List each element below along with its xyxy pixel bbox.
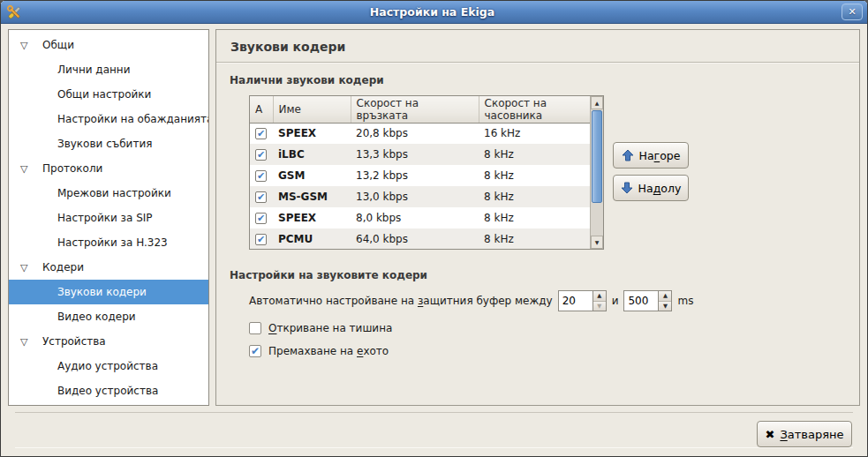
expander-icon[interactable]: ▽ xyxy=(20,263,27,273)
codec-name: GSM xyxy=(273,165,351,186)
codec-enabled-checkbox[interactable]: ✔ xyxy=(255,191,267,203)
codec-enabled-checkbox[interactable]: ✔ xyxy=(255,128,267,139)
sidebar-item-audio-codecs[interactable]: Звукови кодери xyxy=(9,280,208,304)
page-title: Звукови кодери xyxy=(216,30,859,62)
codec-enabled-checkbox[interactable]: ✔ xyxy=(255,234,267,245)
codec-enabled-checkbox[interactable]: ✔ xyxy=(255,213,267,224)
tools-icon xyxy=(5,4,23,21)
table-row[interactable]: ✔ PCMU 64,0 kbps 8 kHz xyxy=(250,228,590,249)
window-close-button[interactable]: ✕ xyxy=(842,4,863,20)
jitter-max-input[interactable] xyxy=(624,291,658,311)
available-codecs-section-title: Налични звукови кодери xyxy=(230,74,846,86)
sidebar-item-video-devices[interactable]: Видео устройства xyxy=(9,378,208,403)
scroll-up-icon[interactable]: ▲ xyxy=(591,96,603,109)
table-scrollbar[interactable]: ▲ ▼ xyxy=(590,96,603,249)
column-header-name[interactable]: Име xyxy=(273,96,351,123)
move-down-label: Надолу xyxy=(638,182,682,195)
codec-clockrate: 16 kHz xyxy=(479,123,590,144)
spin-down-icon[interactable]: ▼ xyxy=(593,302,606,311)
codec-clockrate: 8 kHz xyxy=(479,207,590,228)
sidebar-item-label: Звукови кодери xyxy=(57,286,147,298)
expander-icon[interactable]: ▽ xyxy=(20,164,27,174)
sidebar-item-protocols[interactable]: ▽ Протоколи xyxy=(9,156,208,181)
sidebar-item-sip-settings[interactable]: Настройки за SIP xyxy=(9,206,208,230)
close-button[interactable]: ✖ Затваряне xyxy=(757,421,852,447)
jitter-min-spinner: ▲ ▼ xyxy=(558,290,607,311)
jitter-buffer-label: Автоматично настройване на защитния буфе… xyxy=(249,295,553,307)
sidebar-item-label: Общи настройки xyxy=(57,88,151,101)
scrollbar-thumb[interactable] xyxy=(592,110,602,203)
codec-bitrate: 13,2 kbps xyxy=(351,165,479,186)
codec-enabled-checkbox[interactable]: ✔ xyxy=(255,170,267,182)
silence-detection-checkbox[interactable] xyxy=(249,322,261,334)
spin-up-icon[interactable]: ▲ xyxy=(593,291,606,302)
sidebar-item-network-settings[interactable]: Мрежови настройки xyxy=(9,181,208,206)
codec-settings-section-title: Настройки на звуковите кодери xyxy=(230,269,846,281)
jitter-max-spinner: ▲ ▼ xyxy=(623,290,672,311)
audio-codecs-panel: Звукови кодери Налични звукови кодери А … xyxy=(215,29,860,406)
jitter-unit-label: ms xyxy=(677,295,693,307)
codec-clockrate: 8 kHz xyxy=(479,228,590,249)
sidebar-item-general-settings[interactable]: Общи настройки xyxy=(9,82,208,107)
sidebar-item-label: Общи xyxy=(42,39,74,51)
codecs-table: А Име Скорост на връзката Скорост на час… xyxy=(249,95,604,250)
table-row[interactable]: ✔ SPEEX 8,0 kbps 8 kHz xyxy=(250,207,590,228)
close-x-icon: ✖ xyxy=(766,428,775,441)
sidebar-item-video-codecs[interactable]: Видео кодери xyxy=(9,304,208,329)
codec-clockrate: 8 kHz xyxy=(479,165,590,186)
arrow-up-icon xyxy=(622,149,634,161)
silence-detection-label: Откриване на тишина xyxy=(268,322,392,334)
expander-icon[interactable]: ▽ xyxy=(20,41,27,50)
sidebar-item-label: Настройки за SIP xyxy=(57,212,153,224)
codec-enabled-checkbox[interactable]: ✔ xyxy=(255,149,267,161)
move-up-button[interactable]: Нагоре xyxy=(613,142,689,169)
sidebar-item-personal-data[interactable]: Лични данни xyxy=(9,57,208,82)
spin-down-icon[interactable]: ▼ xyxy=(659,302,671,311)
sidebar-item-codecs[interactable]: ▽ Кодери xyxy=(9,255,208,280)
sidebar-item-label: Аудио устройства xyxy=(57,360,158,372)
codec-bitrate: 20,8 kbps xyxy=(351,123,479,144)
column-header-active[interactable]: А xyxy=(250,96,273,123)
echo-cancellation-label: Премахване на ехото xyxy=(268,345,389,357)
table-row[interactable]: ✔ iLBC 13,3 kbps 8 kHz xyxy=(250,144,590,165)
sidebar-item-label: Мрежови настройки xyxy=(57,187,171,199)
move-down-button[interactable]: Надолу xyxy=(613,175,689,201)
sidebar-item-sound-events[interactable]: Звукови събития xyxy=(9,131,208,156)
sidebar-item-label: Звукови събития xyxy=(57,138,152,150)
sidebar-item-label: Лични данни xyxy=(57,64,131,76)
codec-name: MS-GSM xyxy=(273,186,351,207)
codec-name: iLBC xyxy=(273,144,351,165)
scroll-down-icon[interactable]: ▼ xyxy=(591,236,603,249)
column-header-clockrate[interactable]: Скорост на часовника xyxy=(479,96,590,123)
echo-cancellation-checkbox[interactable]: ✔ xyxy=(249,345,261,357)
codec-name: SPEEX xyxy=(273,207,351,228)
codec-name: PCMU xyxy=(273,228,351,249)
sidebar-item-general[interactable]: ▽ Общи xyxy=(9,33,208,57)
sidebar-item-devices[interactable]: ▽ Устройства xyxy=(9,329,208,354)
title-separator xyxy=(216,62,859,63)
sidebar-item-h323-settings[interactable]: Настройки за H.323 xyxy=(9,230,208,255)
silence-detection-option[interactable]: Откриване на тишина xyxy=(249,322,859,334)
spin-up-icon[interactable]: ▲ xyxy=(659,291,671,302)
table-row[interactable]: ✔ SPEEX 20,8 kbps 16 kHz xyxy=(250,123,590,144)
sidebar-item-label: Настройки на обажданията xyxy=(57,113,209,125)
move-up-label: Нагоре xyxy=(639,149,681,162)
expander-icon[interactable]: ▽ xyxy=(20,337,27,347)
codec-name: SPEEX xyxy=(273,123,351,144)
sidebar-item-label: Кодери xyxy=(42,261,84,273)
column-header-bitrate[interactable]: Скорост на връзката xyxy=(351,96,479,123)
jitter-min-input[interactable] xyxy=(559,291,593,311)
sidebar-item-call-options[interactable]: Настройки на обажданията xyxy=(9,107,208,131)
sidebar-item-audio-devices[interactable]: Аудио устройства xyxy=(9,354,208,378)
dialog-content: ▽ Общи Лични данни Общи настройки Настро… xyxy=(1,24,867,447)
titlebar[interactable]: Настройки на Ekiga ✕ xyxy=(1,1,867,24)
echo-cancellation-option[interactable]: ✔ Премахване на ехото xyxy=(249,345,859,357)
codec-clockrate: 8 kHz xyxy=(479,144,590,165)
sidebar-item-label: Видео кодери xyxy=(57,311,136,323)
table-row[interactable]: ✔ MS-GSM 13,0 kbps 8 kHz xyxy=(250,186,590,207)
window-title: Настройки на Ekiga xyxy=(23,5,842,19)
table-row[interactable]: ✔ GSM 13,2 kbps 8 kHz xyxy=(250,165,590,186)
codec-bitrate: 13,3 kbps xyxy=(351,144,479,165)
sidebar-item-label: Протоколи xyxy=(42,162,102,175)
close-button-label: Затваряне xyxy=(780,428,843,441)
